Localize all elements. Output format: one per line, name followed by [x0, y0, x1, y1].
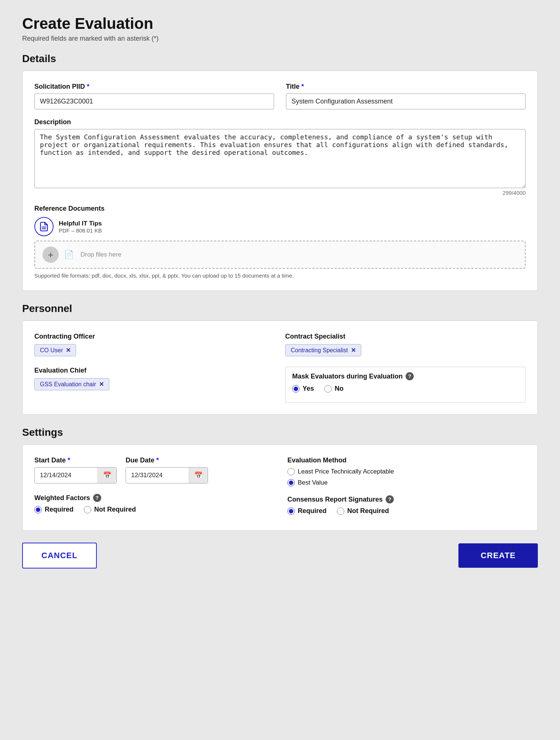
title-input[interactable]: [286, 94, 526, 109]
mask-help-icon[interactable]: ?: [406, 372, 414, 380]
page-title: Create Evaluation: [22, 15, 538, 33]
start-date-calendar-button[interactable]: 📅: [98, 468, 116, 483]
due-date-calendar-button[interactable]: 📅: [189, 468, 208, 483]
upload-zone[interactable]: + 📄 Drop files here: [34, 241, 526, 269]
cs-tag[interactable]: Contracting Specialist ✕: [285, 344, 361, 356]
piid-group: Solicitation PIID *: [34, 83, 274, 109]
piid-input[interactable]: [34, 94, 274, 109]
ec-remove-icon[interactable]: ✕: [99, 381, 104, 388]
mask-no-radio[interactable]: [324, 385, 332, 393]
upload-add-button[interactable]: +: [42, 247, 59, 263]
footer: CANCEL CREATE: [22, 543, 538, 568]
eval-options: Least Price Technically Acceptable Best …: [287, 468, 526, 486]
ec-tag[interactable]: GSS Evaluation chair ✕: [34, 378, 109, 390]
doc-icon: [34, 217, 54, 236]
description-label: Description: [34, 118, 526, 126]
eval-lpta-option[interactable]: Least Price Technically Acceptable: [287, 468, 526, 475]
start-date-label: Start Date *: [34, 456, 117, 464]
co-tag[interactable]: CO User ✕: [34, 344, 76, 356]
piid-label: Solicitation PIID *: [34, 83, 274, 91]
mask-yes-option[interactable]: Yes: [292, 385, 314, 393]
mask-box: Mask Evaluators during Evaluation ? Yes …: [285, 367, 526, 403]
consensus-required-radio[interactable]: [287, 508, 295, 515]
consensus-not-required-radio[interactable]: [337, 508, 344, 515]
title-group: Title *: [286, 83, 526, 109]
consensus-required-option[interactable]: Required: [287, 507, 327, 515]
doc-meta: PDF – 808.01 KB: [59, 227, 102, 234]
mask-no-option[interactable]: No: [324, 385, 344, 393]
mask-radio-group: Yes No: [292, 385, 519, 397]
due-date-input[interactable]: [126, 468, 189, 483]
char-count: 299/4000: [34, 190, 526, 196]
create-button[interactable]: CREATE: [458, 543, 538, 568]
due-date-label: Due Date *: [126, 456, 208, 464]
weighted-required-option[interactable]: Required: [34, 506, 74, 513]
weighted-required-radio[interactable]: [34, 506, 42, 513]
eval-lpta-radio[interactable]: [287, 468, 295, 475]
file-formats-text: Supported file formats: pdf, doc, docx, …: [34, 272, 526, 279]
mask-yes-radio[interactable]: [292, 385, 300, 393]
consensus-not-required-option[interactable]: Not Required: [337, 507, 389, 515]
consensus-radio-group: Required Not Required: [287, 507, 526, 519]
settings-card: Start Date * 📅 Due Date * �: [22, 444, 538, 531]
ec-tag-label: GSS Evaluation chair: [40, 381, 96, 388]
mask-group: Mask Evaluators during Evaluation ? Yes …: [285, 367, 526, 403]
ref-docs-label: Reference Documents: [34, 205, 526, 213]
due-date-wrap: 📅: [126, 467, 208, 483]
doc-item: Helpful IT Tips PDF – 808.01 KB: [34, 217, 526, 236]
co-group: Contracting Officer CO User ✕: [34, 333, 275, 356]
doc-info: Helpful IT Tips PDF – 808.01 KB: [59, 220, 102, 234]
file-icon: 📄: [64, 250, 74, 259]
ec-label: Evaluation Chief: [34, 367, 275, 374]
ec-group: Evaluation Chief GSS Evaluation chair ✕: [34, 367, 275, 403]
date-row: Start Date * 📅 Due Date * �: [34, 456, 273, 483]
weighted-group: Weighted Factors ? Required Not Required: [34, 494, 273, 517]
co-tag-label: CO User: [40, 347, 63, 354]
cs-group: Contract Specialist Contracting Speciali…: [285, 333, 526, 356]
consensus-group: Consensus Report Signatures ? Required N…: [287, 495, 526, 519]
description-textarea[interactable]: The System Configuration Assessment eval…: [34, 129, 526, 188]
eval-method-label: Evaluation Method: [287, 456, 526, 464]
cs-tag-label: Contracting Specialist: [291, 347, 348, 354]
weighted-not-required-option[interactable]: Not Required: [84, 506, 136, 513]
description-group: Description The System Configuration Ass…: [34, 118, 526, 196]
cs-remove-icon[interactable]: ✕: [351, 347, 356, 354]
reference-docs-section: Reference Documents Helpful IT Tips PDF …: [34, 205, 526, 279]
cs-label: Contract Specialist: [285, 333, 526, 340]
details-section-heading: Details: [22, 53, 538, 65]
piid-required-star: *: [87, 83, 89, 90]
co-remove-icon[interactable]: ✕: [66, 347, 71, 354]
weighted-label: Weighted Factors ?: [34, 494, 273, 502]
consensus-help-icon[interactable]: ?: [386, 495, 394, 503]
personnel-section-heading: Personnel: [22, 303, 538, 315]
personnel-card: Contracting Officer CO User ✕ Contract S…: [22, 320, 538, 415]
cancel-button[interactable]: CANCEL: [22, 543, 97, 568]
start-date-input[interactable]: [35, 468, 98, 483]
title-label: Title *: [286, 83, 526, 91]
weighted-help-icon[interactable]: ?: [93, 494, 101, 502]
consensus-label: Consensus Report Signatures ?: [287, 495, 526, 503]
details-card: Solicitation PIID * Title * Description …: [22, 71, 538, 291]
co-label: Contracting Officer: [34, 333, 275, 340]
start-date-wrap: 📅: [34, 467, 117, 483]
doc-name: Helpful IT Tips: [59, 220, 102, 227]
drop-text: Drop files here: [81, 251, 122, 258]
settings-section-heading: Settings: [22, 427, 538, 438]
due-date-group: Due Date * 📅: [126, 456, 208, 483]
start-date-group: Start Date * 📅: [34, 456, 117, 483]
page-subtitle: Required fields are marked with an aster…: [22, 35, 538, 43]
title-required-star: *: [301, 83, 304, 90]
weighted-not-required-radio[interactable]: [84, 506, 91, 513]
eval-method-group: Evaluation Method Least Price Technicall…: [287, 456, 526, 486]
mask-label: Mask Evaluators during Evaluation ?: [292, 372, 519, 380]
eval-best-value-radio[interactable]: [287, 479, 295, 486]
weighted-radio-group: Required Not Required: [34, 506, 273, 517]
eval-best-value-option[interactable]: Best Value: [287, 479, 526, 486]
